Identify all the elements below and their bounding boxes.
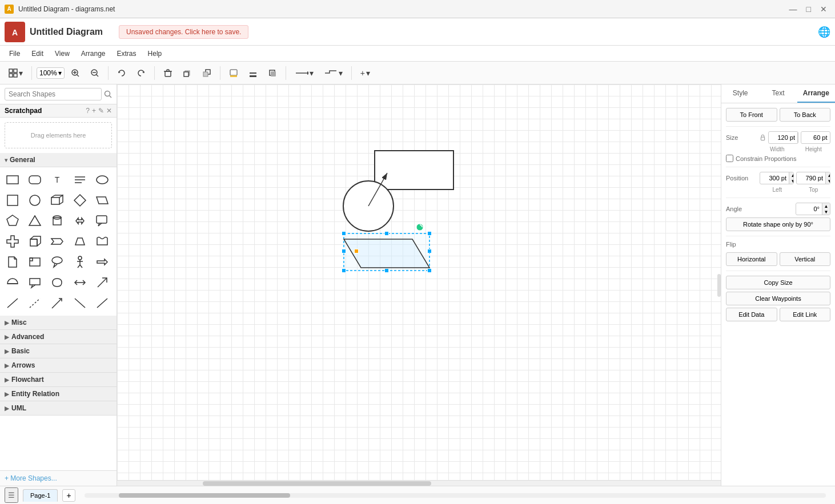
connection-style-button[interactable]: ▾: [291, 66, 318, 80]
menu-file[interactable]: File: [5, 47, 25, 60]
redo-button[interactable]: [133, 66, 150, 80]
handle-lm[interactable]: [342, 249, 346, 253]
shape-3d-box[interactable]: [48, 191, 66, 209]
scratchpad-edit-icon[interactable]: ✎: [98, 107, 104, 115]
selected-shape-container[interactable]: [344, 233, 429, 271]
search-input[interactable]: [5, 88, 102, 100]
shape-rect-1[interactable]: [374, 150, 454, 190]
angle-spin-up[interactable]: ▲: [822, 203, 830, 209]
shape-triangle[interactable]: [26, 212, 44, 230]
shape-slash[interactable]: [93, 294, 111, 312]
line-color-button[interactable]: [244, 66, 262, 80]
handle-bm[interactable]: [384, 268, 389, 273]
angle-input[interactable]: [796, 204, 822, 214]
shape-s-curve[interactable]: [48, 273, 66, 292]
shape-double-headed-arrow[interactable]: [71, 273, 89, 292]
canvas-area[interactable]: [117, 84, 721, 486]
horizontal-scrollbar[interactable]: [117, 480, 721, 486]
width-spin-down[interactable]: ▼: [797, 138, 798, 143]
category-basic[interactable]: ▶ Basic: [0, 344, 117, 358]
shape-text[interactable]: T: [48, 171, 66, 189]
menu-extras[interactable]: Extras: [113, 47, 141, 60]
zoom-in-button[interactable]: [67, 66, 84, 80]
handle-tl[interactable]: [342, 231, 346, 236]
copy-size-button[interactable]: Copy Size: [726, 276, 830, 289]
top-input[interactable]: [797, 173, 825, 183]
tab-style[interactable]: Style: [721, 84, 759, 103]
width-spin-up[interactable]: ▲: [797, 132, 798, 138]
tab-arrange[interactable]: Arrange: [797, 84, 835, 103]
edit-link-button[interactable]: Edit Link: [780, 308, 831, 321]
page-tab-1[interactable]: Page-1: [23, 489, 58, 502]
to-back-button[interactable]: To Back: [780, 108, 831, 122]
rotate-90-button[interactable]: Rotate shape only by 90°: [726, 217, 830, 231]
to-back-button[interactable]: [198, 66, 215, 80]
add-page-button[interactable]: +: [62, 489, 75, 502]
width-input[interactable]: [769, 132, 797, 143]
shape-cross[interactable]: [3, 232, 22, 251]
category-entity-relation[interactable]: ▶ Entity Relation: [0, 387, 117, 401]
shape-person[interactable]: [71, 253, 89, 271]
shape-diagonal-arrow[interactable]: [93, 273, 111, 292]
shape-arrow-line[interactable]: [48, 294, 66, 312]
undo-button[interactable]: [113, 66, 130, 80]
maximize-button[interactable]: □: [803, 3, 814, 15]
shape-parallelogram[interactable]: [93, 191, 111, 209]
bottom-scrollbar-thumb[interactable]: [119, 493, 290, 498]
angle-spin-down[interactable]: ▼: [822, 209, 830, 215]
handle-bl[interactable]: [342, 268, 346, 273]
shape-doc[interactable]: [3, 253, 22, 271]
shape-chevron[interactable]: [48, 232, 66, 251]
shape-diamond[interactable]: [71, 191, 89, 209]
to-front-button[interactable]: [179, 66, 196, 80]
shape-semicircle[interactable]: [3, 273, 22, 292]
unsaved-banner[interactable]: Unsaved changes. Click here to save.: [119, 25, 248, 39]
shadow-button[interactable]: [264, 66, 281, 80]
left-input[interactable]: [760, 173, 789, 183]
shape-wave-callout[interactable]: [93, 232, 111, 251]
handle-br[interactable]: [427, 268, 432, 273]
constrain-checkbox[interactable]: [726, 155, 733, 162]
height-input[interactable]: [801, 132, 830, 143]
height-spin-up[interactable]: ▲: [830, 132, 830, 138]
resize-handle[interactable]: [717, 274, 721, 297]
scratchpad-help-icon[interactable]: ?: [86, 107, 90, 115]
handle-orange[interactable]: [354, 249, 359, 253]
to-front-button[interactable]: To Front: [726, 108, 777, 122]
scratchpad-add-icon[interactable]: +: [92, 107, 96, 115]
waypoint-style-button[interactable]: ▾: [320, 66, 347, 80]
shape-backslash[interactable]: [71, 294, 89, 312]
top-spin-down[interactable]: ▼: [825, 178, 830, 184]
handle-tm[interactable]: [384, 231, 389, 236]
shape-dashed-line[interactable]: [26, 294, 44, 312]
menu-arrange[interactable]: Arrange: [77, 47, 110, 60]
scrollbar-thumb[interactable]: [203, 481, 431, 486]
flip-vertical-button[interactable]: Vertical: [780, 252, 831, 266]
shape-speech-bubble[interactable]: [48, 253, 66, 271]
shape-square[interactable]: [3, 191, 22, 209]
edit-data-button[interactable]: Edit Data: [726, 308, 777, 321]
minimize-button[interactable]: —: [786, 3, 801, 15]
zoom-out-button[interactable]: [86, 66, 103, 80]
shape-callout-rect[interactable]: [26, 273, 44, 292]
category-flowchart[interactable]: ▶ Flowchart: [0, 373, 117, 387]
globe-icon[interactable]: 🌐: [818, 26, 830, 38]
shape-cylinder[interactable]: [48, 212, 66, 230]
left-spin-up[interactable]: ▲: [789, 172, 794, 178]
tab-text[interactable]: Text: [759, 84, 797, 103]
shape-pentagon[interactable]: [3, 212, 22, 230]
shape-circle-1[interactable]: [343, 180, 394, 232]
rotate-handle[interactable]: [416, 223, 424, 231]
height-spin-down[interactable]: ▼: [830, 138, 830, 143]
canvas-grid[interactable]: [117, 84, 721, 486]
view-toggle-button[interactable]: ▾: [5, 66, 27, 80]
category-advanced[interactable]: ▶ Advanced: [0, 330, 117, 344]
category-arrows[interactable]: ▶ Arrows: [0, 358, 117, 373]
shape-line[interactable]: [3, 294, 22, 312]
scratchpad-close-icon[interactable]: ✕: [106, 107, 112, 115]
menu-help[interactable]: Help: [143, 47, 167, 60]
flip-horizontal-button[interactable]: Horizontal: [726, 252, 777, 266]
fill-color-button[interactable]: [225, 66, 242, 80]
zoom-control[interactable]: 100% ▾: [37, 67, 65, 79]
handle-rm[interactable]: [427, 249, 432, 253]
